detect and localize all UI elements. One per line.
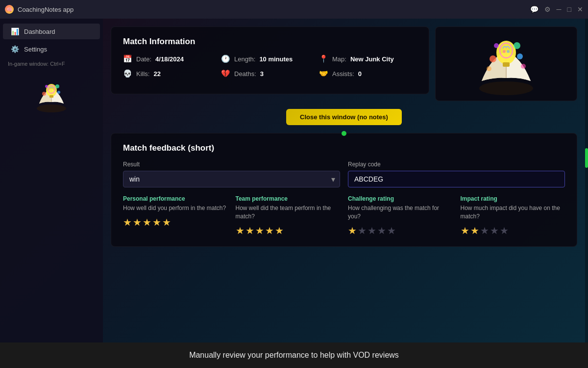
clock-icon: 🕐 [221,54,230,63]
star-team-4[interactable]: ★ [265,225,274,237]
match-info-card: Match Information 📅 Date: 4/18/2024 🕐 Le… [111,26,429,94]
star-impact-1[interactable]: ★ [461,225,469,237]
star-challenge-3[interactable]: ★ [368,225,376,237]
calendar-icon: 📅 [123,54,132,63]
close-icon[interactable]: ✕ [577,5,583,13]
close-button-wrapper: Close this window (no notes) [111,107,577,127]
sidebar-item-settings[interactable]: ⚙️ Settings [3,41,100,57]
status-dot [342,131,346,136]
date-label: Date: [136,55,151,63]
app-title: CoachingNotes app [18,6,530,13]
title-bar: 🧠 CoachingNotes app 💬 ⚙ ─ □ ✕ [0,0,588,19]
star-personal-3[interactable]: ★ [143,216,151,228]
svg-point-16 [490,55,496,62]
scrollbar-thumb[interactable] [585,148,588,168]
settings-label: Settings [24,46,47,53]
star-impact-5[interactable]: ★ [500,225,509,237]
stat-deaths: 💔 Deaths: 3 [221,69,319,78]
dashboard-label: Dashboard [24,28,55,35]
length-value: 10 minutes [259,55,293,63]
svg-rect-12 [503,62,510,67]
scrollbar-track[interactable] [585,19,588,342]
star-team-1[interactable]: ★ [236,225,245,237]
main-content: Match Information 📅 Date: 4/18/2024 🕐 Le… [103,19,585,342]
svg-point-15 [507,50,510,53]
star-challenge-2[interactable]: ★ [358,225,367,237]
match-info-title: Match Information [123,37,417,47]
rating-stars-impact: ★★★★★ [461,225,565,237]
app-icon: 🧠 [5,5,14,14]
rating-title-challenge: Challenge rating [348,195,453,202]
stat-kills: 💀 Kills: 22 [123,69,221,78]
svg-rect-3 [49,95,53,98]
maximize-icon[interactable]: □ [567,5,571,13]
star-impact-4[interactable]: ★ [490,225,499,237]
star-challenge-1[interactable]: ★ [348,225,357,237]
star-impact-3[interactable]: ★ [480,225,489,237]
character-card [435,26,577,101]
kills-label: Kills: [136,70,149,78]
star-personal-4[interactable]: ★ [152,216,161,228]
svg-point-21 [521,64,526,69]
star-challenge-5[interactable]: ★ [387,225,396,237]
heart-icon: 💔 [221,69,230,78]
svg-point-14 [503,50,506,53]
svg-point-9 [479,81,533,95]
rating-desc-challenge: How challenging was the match for you? [348,204,453,221]
result-select[interactable]: win loss draw [123,171,340,187]
rating-title-impact: Impact rating [461,195,565,202]
assists-value: 0 [358,70,362,78]
rating-desc-team: How well did the team perform in the mat… [236,204,341,221]
rating-desc-personal: How well did you perform in the match? [123,204,228,212]
replay-input[interactable] [348,171,565,187]
deaths-value: 3 [260,70,264,78]
top-section: Match Information 📅 Date: 4/18/2024 🕐 Le… [111,26,577,101]
rating-title-team: Team performance [236,195,341,202]
rating-section-challenge: Challenge ratingHow challenging was the … [348,195,453,237]
discord-icon[interactable]: 💬 [530,5,539,13]
svg-point-20 [487,66,491,71]
map-value: New Junk City [350,55,394,63]
rating-desc-impact: How much impact did you have on the matc… [461,204,565,221]
rating-stars-personal: ★★★★★ [123,216,228,228]
feedback-row: Result win loss draw Replay code [123,161,565,187]
settings-icon: ⚙️ [11,45,19,53]
star-team-2[interactable]: ★ [245,225,254,237]
feedback-card: Match feedback (short) Result win loss d… [111,133,577,247]
skull-icon: 💀 [123,69,132,78]
star-challenge-4[interactable]: ★ [377,225,386,237]
rating-stars-team: ★★★★★ [236,225,341,237]
minimize-icon[interactable]: ─ [557,5,562,13]
svg-point-11 [496,41,516,64]
window-controls: 💬 ⚙ ─ □ ✕ [530,5,583,13]
star-personal-5[interactable]: ★ [162,216,171,228]
assist-icon: 🤝 [319,69,328,78]
sidebar-item-dashboard[interactable]: 📊 Dashboard [3,24,100,39]
ratings-grid: Personal performanceHow well did you per… [123,195,565,237]
result-field: Result win loss draw [123,161,340,187]
star-team-3[interactable]: ★ [255,225,264,237]
stat-date: 📅 Date: 4/18/2024 [123,54,221,63]
stat-assists: 🤝 Assists: 0 [319,69,417,78]
settings-icon[interactable]: ⚙ [544,5,551,13]
date-value: 4/18/2024 [155,55,184,63]
replay-label: Replay code [348,161,565,168]
star-personal-1[interactable]: ★ [123,216,132,228]
deaths-label: Deaths: [234,70,256,78]
assists-label: Assists: [332,70,354,78]
star-personal-2[interactable]: ★ [133,216,142,228]
rating-section-personal: Personal performanceHow well did you per… [123,195,228,237]
svg-point-7 [45,85,48,88]
stat-map: 📍 Map: New Junk City [319,54,417,63]
rating-section-impact: Impact ratingHow much impact did you hav… [461,195,565,237]
svg-point-19 [514,42,520,49]
svg-point-0 [37,105,66,112]
close-window-button[interactable]: Close this window (no notes) [286,109,402,125]
map-label: Map: [332,55,346,63]
star-team-5[interactable]: ★ [275,225,284,237]
svg-point-5 [42,92,46,96]
replay-field: Replay code [348,161,565,187]
svg-point-17 [517,53,523,59]
star-impact-2[interactable]: ★ [470,225,479,237]
rating-section-team: Team performanceHow well did the team pe… [236,195,341,237]
